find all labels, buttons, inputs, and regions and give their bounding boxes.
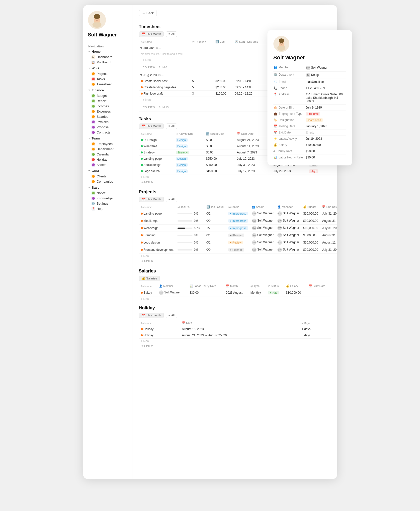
- timesheet-filter-thismonth[interactable]: 📅 This Month: [139, 31, 164, 37]
- proj-col-enddate[interactable]: 📅 End Date: [320, 204, 337, 210]
- proj-col-taskpct[interactable]: ◎ Task %: [175, 204, 204, 210]
- tasks-col-name[interactable]: Aa Name: [139, 131, 174, 137]
- sidebar-item-label: Expenses: [97, 110, 111, 113]
- knowledge-icon: 🟣: [91, 197, 95, 200]
- sidebar-item-employees[interactable]: 🟠 Employees: [88, 141, 133, 146]
- projects-filter-all[interactable]: ≡ All: [166, 197, 177, 202]
- sidebar-item-tasks[interactable]: 🔴 Tasks: [88, 76, 133, 82]
- hol-col-name[interactable]: Aa Name: [139, 320, 180, 326]
- tasks-filter-thismonth[interactable]: 📅 This Month: [139, 124, 164, 129]
- sidebar-group-team-header[interactable]: ▼ Team: [88, 136, 133, 141]
- sidebar-item-calendar[interactable]: 🟢 Calendar: [88, 152, 133, 157]
- sal-col-rate[interactable]: 📊 Labor Hourly Rate: [187, 283, 224, 289]
- sidebar-group-work-header[interactable]: ▼ Work: [88, 66, 133, 71]
- sidebar-group-crm: ▼ CRM 🟠 Clients 🟠 Companies: [88, 168, 133, 184]
- tasks-col-cost[interactable]: 🔢 Actual Cost: [204, 131, 235, 137]
- calendar-icon: 📅: [142, 32, 145, 36]
- sidebar-item-salaries[interactable]: 🟠 Salaries: [88, 114, 133, 119]
- sidebar-item-projects[interactable]: 🟠 Projects: [88, 71, 133, 76]
- sal-col-member[interactable]: 👤 Member: [157, 283, 188, 289]
- tasks-filter-all[interactable]: ≡ All: [166, 124, 177, 129]
- salaries-title: Salaries: [139, 268, 331, 274]
- profile-card-avatar: [273, 36, 289, 52]
- profile-label-designation: 🏷️ Designation: [273, 118, 303, 122]
- sidebar-item-notice[interactable]: 🟢 Notice: [88, 190, 133, 196]
- projects-title: Projects: [139, 189, 331, 195]
- sidebar-group-home-header[interactable]: ▼ Home: [88, 49, 133, 54]
- svg-point-5: [94, 19, 95, 20]
- timesheet-filter-all[interactable]: ≡ All: [166, 31, 177, 37]
- tasks-icon: 🔴: [91, 77, 95, 81]
- holiday-filter-thismonth[interactable]: 📅 This month: [139, 313, 164, 318]
- back-button[interactable]: ← Back: [139, 10, 157, 16]
- sidebar-item-companies[interactable]: 🟠 Companies: [88, 179, 133, 184]
- sidebar-group-home: ▼ Home 🗂 Dashboard 📋 My Board: [88, 49, 133, 65]
- holiday-icon: 🔴: [91, 158, 95, 161]
- sal-col-type[interactable]: ◎ Type: [249, 283, 266, 289]
- add-new-jul[interactable]: + New: [141, 57, 153, 63]
- timesheet-col-duration[interactable]: ⏱ Duration: [190, 39, 214, 45]
- sidebar-item-myboard[interactable]: 📋 My Board: [88, 60, 133, 65]
- timesheet-col-cost[interactable]: 🔢 Cost: [213, 39, 233, 45]
- timesheet-col-time[interactable]: 🕐 Start - End time: [233, 39, 268, 45]
- designation-icon: 🏷️: [273, 118, 277, 122]
- sidebar-group-crm-header[interactable]: ▼ CRM: [88, 168, 133, 173]
- sal-col-salary[interactable]: 💰 Salary: [284, 283, 307, 289]
- sidebar-item-holiday[interactable]: 🔴 Holiday: [88, 157, 133, 162]
- hol-col-date[interactable]: 📅 Date: [180, 320, 300, 326]
- sidebar-item-incomes[interactable]: 🟢 Incomes: [88, 104, 133, 109]
- sidebar-item-contracts[interactable]: 🟣 Contracts: [88, 130, 133, 135]
- proposal-icon: 🟣: [91, 126, 95, 129]
- sal-col-status[interactable]: ◎ Status: [266, 283, 284, 289]
- add-new-salaries[interactable]: + New: [139, 296, 151, 302]
- sidebar-item-help[interactable]: ❓ Help: [88, 206, 133, 211]
- sidebar: Solt Wagner Navigation ▼ Home 🗂 Dashboar…: [83, 5, 133, 479]
- sidebar-item-knowledge[interactable]: 🟣 Knowledge: [88, 196, 133, 201]
- svg-point-7: [95, 19, 96, 19]
- add-new-holiday[interactable]: + New: [139, 338, 151, 344]
- tasks-col-start[interactable]: 📅 Start Date: [235, 131, 271, 137]
- profile-label-dob: 🎂 Date of Birth: [273, 106, 303, 109]
- sidebar-item-expenses[interactable]: 🟠 Expenses: [88, 109, 133, 114]
- sal-col-month[interactable]: 📅 Month: [224, 283, 249, 289]
- sidebar-item-assets[interactable]: 🟣 Assets: [88, 162, 133, 167]
- proj-col-budget[interactable]: 💰 Budget: [301, 204, 320, 210]
- proj-col-manager[interactable]: 👤 Manager: [275, 204, 301, 210]
- profile-row-designation: 🏷️ Designation Team Lead: [273, 117, 346, 123]
- sidebar-item-budget[interactable]: 🟢 Budget: [88, 93, 133, 98]
- proj-col-status[interactable]: ◎ Status: [226, 204, 250, 210]
- sidebar-item-label: Companies: [97, 180, 113, 183]
- add-new-tasks[interactable]: + New: [139, 174, 151, 180]
- proj-col-assign[interactable]: 👥 Assign: [250, 204, 276, 210]
- add-new-projects[interactable]: + New: [139, 253, 151, 259]
- timesheet-col-name[interactable]: Aa Name: [139, 39, 190, 45]
- address-icon: 📍: [273, 93, 277, 96]
- profile-row-address: 📍 Address 451 Emard Curve Suite 600Lake …: [273, 91, 346, 105]
- dept-icon: 🏢: [273, 73, 277, 76]
- sidebar-group-base-header[interactable]: ▼ Base: [88, 185, 133, 190]
- avatar: SW: [277, 248, 282, 252]
- tasks-col-type[interactable]: ◎ Activity type: [174, 131, 204, 137]
- sidebar-item-invoices[interactable]: 🟣 Invoices: [88, 119, 133, 125]
- profile-row-department: 🏢 Department D Design: [273, 72, 346, 79]
- sidebar-item-settings[interactable]: ⚙️ Settings: [88, 201, 133, 206]
- sal-col-name[interactable]: Aa Name: [139, 283, 157, 289]
- hol-col-days[interactable]: # Days: [300, 320, 331, 326]
- table-row: Holiday August 21, 2023 → August 25, 20 …: [139, 332, 331, 339]
- sidebar-item-report[interactable]: 🟢 Report: [88, 98, 133, 104]
- proj-col-taskcount[interactable]: 🔢 Task Count: [204, 204, 226, 210]
- proj-col-name[interactable]: Aa Name: [139, 204, 175, 210]
- add-new-aug[interactable]: + New: [141, 97, 153, 103]
- salaries-filter-salaries[interactable]: 💰 Salaries: [139, 276, 160, 281]
- sidebar-group-finance-header[interactable]: ▼ Finance: [88, 88, 133, 93]
- sidebar-item-dashboard[interactable]: 🗂 Dashboard: [88, 54, 133, 60]
- sidebar-item-clients[interactable]: 🟠 Clients: [88, 174, 133, 179]
- avatar: SW: [277, 219, 282, 223]
- sidebar-avatar: [88, 11, 106, 29]
- sidebar-item-department[interactable]: 🟠 Department: [88, 146, 133, 152]
- sidebar-item-proposal[interactable]: 🟣 Proposal: [88, 125, 133, 130]
- holiday-filter-all[interactable]: ≡ All: [166, 313, 177, 318]
- sal-col-startdate[interactable]: 📅 Start Date: [307, 283, 331, 289]
- projects-filter-thismonth[interactable]: 📅 This Month: [139, 197, 164, 202]
- sidebar-item-timesheet[interactable]: 🟠 Timesheet: [88, 82, 133, 87]
